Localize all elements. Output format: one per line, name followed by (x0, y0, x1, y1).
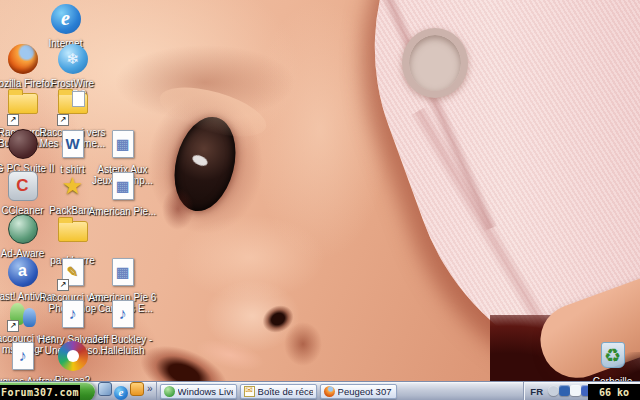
wallpaper-layer (162, 188, 194, 230)
video-file-icon: ▦ (106, 258, 139, 290)
desktop: eInternetMozilla Firefox❄FrostWire 4.17.… (0, 0, 640, 400)
app-icon[interactable] (130, 382, 144, 400)
desktop-icon-internet-explorer[interactable]: eInternet (28, 4, 103, 49)
show-desktop-icon[interactable] (98, 382, 112, 400)
messenger-icon (164, 386, 175, 397)
watermark-filesize: 66 ko (588, 384, 640, 400)
task-button[interactable]: Windows Live M... (160, 384, 237, 399)
picasa-icon (56, 341, 89, 373)
internet-explorer-icon[interactable]: e (114, 382, 128, 400)
task-button[interactable]: Peugeot 307 - V... (320, 384, 397, 399)
quick-launch-bar: e (95, 382, 146, 400)
task-buttons: Windows Live M...Boîte de récepti...Peug… (156, 382, 524, 400)
security-shield-icon[interactable] (559, 385, 570, 396)
video-file-icon: ▦ (106, 172, 139, 204)
task-button[interactable]: Boîte de récepti... (240, 384, 317, 399)
folder-icon (56, 221, 89, 253)
video-file-icon: ▦ (106, 130, 139, 162)
taskbar: e » Windows Live M...Boîte de récepti...… (0, 381, 640, 400)
shortcut-arrow-icon: ↗ (57, 114, 69, 126)
recycle-bin-icon: ♻ (596, 342, 629, 374)
task-button-label: Boîte de récepti... (258, 386, 313, 397)
quicklaunch-overflow-chevron[interactable]: » (146, 383, 156, 400)
desktop-icon-recycle-bin[interactable]: ♻Corbeille (575, 340, 640, 387)
shortcut-arrow-icon: ↗ (7, 114, 19, 126)
internet-explorer-icon: e (49, 4, 82, 36)
watermark-forum307: Forum307.com (0, 385, 80, 400)
clock-icon[interactable] (548, 385, 559, 396)
task-button-label: Windows Live M... (178, 386, 233, 397)
desktop-icon-picasa[interactable]: Picasa2 (35, 341, 110, 386)
shortcut-arrow-icon: ↗ (7, 320, 19, 332)
desktop-icon-video-file[interactable]: ▦American Pie... (85, 171, 160, 217)
my-documents-icon: ↗ (56, 93, 89, 125)
shortcut-arrow-icon: ↗ (57, 279, 69, 291)
task-button-label: Peugeot 307 - V... (338, 386, 393, 397)
music-file-icon: ♪ (106, 300, 139, 332)
language-indicator[interactable]: FR (530, 386, 546, 397)
frostwire-icon: ❄ (56, 44, 89, 76)
document-icon[interactable] (570, 385, 581, 396)
wallpaper-layer (284, 322, 322, 366)
firefox-icon (324, 386, 335, 397)
outlook-express-icon (244, 386, 255, 397)
blanket-snap-button (402, 28, 468, 98)
